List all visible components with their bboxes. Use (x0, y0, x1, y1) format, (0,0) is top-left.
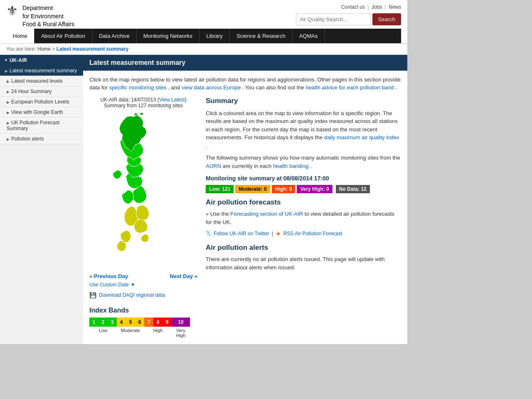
search-input[interactable] (296, 13, 371, 25)
view-latest-link[interactable]: View Latest (159, 97, 185, 103)
band-8[interactable]: 8 (153, 318, 163, 327)
contact-link[interactable]: Contact us (341, 4, 365, 10)
nav-aqmas[interactable]: AQMAs (293, 29, 325, 43)
nav-about[interactable]: About Air Pollution (34, 29, 92, 43)
dropdown-icon: ▼ (131, 282, 135, 288)
badge-low: Low: 121 (206, 185, 234, 193)
sidebar-item-google-earth[interactable]: View with Google Earth (0, 107, 83, 118)
health-banding-link[interactable]: health banding (273, 163, 308, 169)
twitter-link[interactable]: Follow UK-AIR on Twitter (214, 231, 269, 236)
band-3[interactable]: 3 (108, 318, 117, 327)
breadcrumb: You are here: Home > Latest measurement … (0, 44, 407, 55)
search-area: Search (296, 13, 401, 25)
sidebar-items: Latest measurement summary Latest measur… (0, 66, 83, 144)
bands-labels: Low Moderate High VeryHigh (89, 328, 197, 338)
badge-no-data: No Data: 12 (336, 185, 370, 193)
map-info: UK-AIR data: 14/07/2013 (View Latest) Su… (89, 97, 197, 108)
twitter-icon: 𝕏 (206, 229, 211, 237)
forecasts-text: » Use the Forecasting section of UK-AIR … (206, 210, 401, 226)
forecasts-header: Air pollution forecasts (206, 198, 401, 207)
band-1[interactable]: 1 (89, 318, 99, 327)
sidebar-item-latest-levels[interactable]: Latest measured levels (0, 76, 83, 86)
uk-map[interactable] (89, 112, 189, 270)
social-links: 𝕏 Follow UK-AIR on Twitter | ★ RSS Air P… (206, 229, 401, 237)
search-button[interactable]: Search (372, 13, 401, 25)
index-bands: Index Bands 1 2 3 4 5 6 7 8 9 (89, 307, 197, 338)
daily-max-link[interactable]: daily maximum air quality index (324, 134, 399, 140)
map-navigation: « Previous Day Next Day » (89, 273, 197, 279)
main-area: UK-AIR Latest measurement summary Latest… (0, 55, 407, 344)
europe-link[interactable]: view data across Europe (182, 84, 241, 91)
sidebar-item-european[interactable]: European Pollution Levels (0, 97, 83, 107)
download-icon: 💾 (89, 292, 96, 298)
nav-data-archive[interactable]: Data Archive (92, 29, 137, 43)
monitoring-header: Monitoring site summary at 08/08/2014 17… (206, 175, 401, 182)
monitoring-badges: Low: 121 Moderate: 0 High: 0 Very High: … (206, 185, 401, 193)
breadcrumb-prefix: You are here: (6, 46, 36, 52)
band-6[interactable]: 6 (135, 318, 144, 327)
badge-moderate: Moderate: 0 (235, 185, 270, 193)
right-panel: Summary Click a coloured area on the map… (206, 97, 401, 338)
label-low: Low (89, 328, 117, 338)
health-advice-link[interactable]: health advice for each pollution band (305, 84, 394, 91)
label-high: High (144, 328, 172, 338)
breadcrumb-home[interactable]: Home (37, 46, 51, 52)
badge-very-high: Very High: 0 (297, 185, 332, 193)
summary-text: Click a coloured area on the map to view… (206, 109, 401, 170)
header-links: Contact us | Jobs | News (341, 4, 401, 10)
nav-home[interactable]: Home (6, 29, 34, 43)
prev-day-link[interactable]: « Previous Day (89, 273, 128, 279)
coat-of-arms-icon: ⚜ (6, 4, 18, 17)
intro-text: Click on the map regions below to view l… (89, 76, 401, 92)
nav-library[interactable]: Library (200, 29, 230, 43)
band-5[interactable]: 5 (126, 318, 135, 327)
sidebar-header[interactable]: UK-AIR (0, 55, 83, 66)
rss-link[interactable]: RSS Air Pollution Forecast (283, 231, 342, 236)
map-section: UK-AIR data: 14/07/2013 (View Latest) Su… (89, 97, 401, 338)
alerts-text: There are currently no air pollution ale… (206, 255, 401, 271)
sidebar: UK-AIR Latest measurement summary Latest… (0, 55, 83, 344)
nav-monitoring[interactable]: Monitoring Networks (137, 29, 200, 43)
aurn-link[interactable]: AURN (206, 163, 221, 169)
map-area: UK-AIR data: 14/07/2013 (View Latest) Su… (89, 97, 197, 338)
jobs-link[interactable]: Jobs (372, 4, 382, 10)
page-title: Latest measurement summary (83, 55, 407, 71)
content-area: Latest measurement summary Click on the … (83, 55, 407, 344)
logo-area: ⚜ Department for Environment Food & Rura… (6, 4, 74, 29)
main-nav: Home About Air Pollution Data Archive Mo… (6, 29, 401, 43)
alerts-header: Air pollution alerts (206, 244, 401, 252)
index-bands-header: Index Bands (89, 307, 197, 314)
specific-sites-link[interactable]: specific monitoring sites (109, 84, 167, 91)
sidebar-item-latest-summary[interactable]: Latest measurement summary (0, 66, 83, 76)
breadcrumb-current: Latest measurement summary (57, 46, 128, 52)
sidebar-item-24hour[interactable]: 24 Hour Summary (0, 86, 83, 97)
download-link[interactable]: 💾 Download DAQI regional data (89, 292, 197, 298)
header-right: Contact us | Jobs | News Search (296, 4, 401, 25)
summary-header: Summary (206, 97, 401, 105)
nav-science[interactable]: Science & Research (230, 29, 293, 43)
uk-map-svg (89, 112, 189, 270)
band-2[interactable]: 2 (99, 318, 108, 327)
band-10[interactable]: 10 (172, 318, 190, 327)
custom-date-link[interactable]: Use Custom Date ▼ (89, 282, 197, 288)
sidebar-item-pollution-alerts[interactable]: Pollution alerts (0, 134, 83, 144)
badge-high: High: 0 (272, 185, 296, 193)
bands-row: 1 2 3 4 5 6 7 8 9 10 (89, 318, 197, 327)
news-link[interactable]: News (389, 4, 401, 10)
content-body: Click on the map regions below to view l… (83, 76, 407, 344)
forecasting-link[interactable]: Forecasting section of UK-AIR (230, 211, 303, 217)
band-9[interactable]: 9 (163, 318, 172, 327)
label-very-high: VeryHigh (172, 328, 190, 338)
band-4[interactable]: 4 (117, 318, 126, 327)
department-name: Department for Environment Food & Rural … (22, 4, 74, 29)
sidebar-item-forecast[interactable]: UK Pollution Forecast Summary (0, 118, 83, 134)
band-7[interactable]: 7 (144, 318, 153, 327)
label-moderate: Moderate (117, 328, 144, 338)
next-day-link[interactable]: Next Day » (170, 273, 197, 279)
scrollbar[interactable] (407, 0, 416, 344)
rss-icon: ★ (276, 230, 281, 237)
